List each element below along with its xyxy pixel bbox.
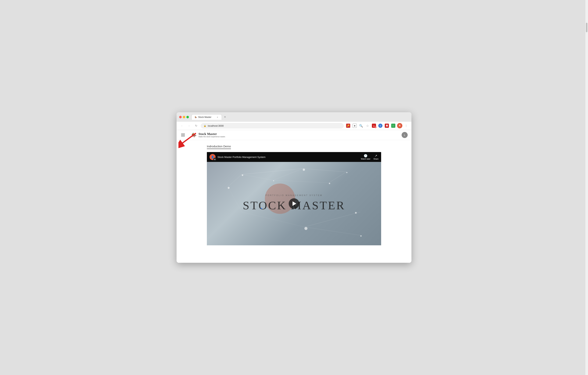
tab-close-button[interactable]: × (216, 116, 219, 119)
lock-icon: 🔒 (204, 125, 206, 127)
watch-later-button[interactable]: 🕐 Watch later (361, 154, 370, 160)
logo-icon: 🏇 (191, 132, 197, 138)
url-text: localhost:3000 (208, 124, 224, 127)
node-6 (304, 227, 307, 230)
logo-subtitle: Make the stock experience easier. (199, 136, 226, 138)
close-button[interactable] (179, 116, 182, 118)
node-5 (329, 183, 330, 184)
key-ext-icon: 🔑 (346, 124, 350, 128)
node-3 (346, 172, 347, 173)
play-triangle-icon (293, 201, 296, 206)
ext3[interactable]: 🅰 (384, 123, 389, 128)
screen-ext-icon: ▣ (353, 124, 357, 128)
svg-line-8 (329, 172, 346, 183)
tab-favicon: 🏇 (194, 116, 197, 119)
page-content: 🏇 Stock Master Make the stock experience… (177, 130, 411, 263)
app-header-left: 🏇 Stock Master Make the stock experience… (180, 132, 226, 138)
ext4[interactable]: ⬡ (391, 123, 396, 128)
forward-button[interactable]: › (186, 123, 192, 128)
app-logo: 🏇 Stock Master Make the stock experience… (191, 132, 226, 138)
node-4 (228, 187, 230, 189)
key-extension[interactable]: 🔑 (346, 123, 351, 128)
svg-line-13 (242, 212, 304, 227)
hamburger-line-3 (181, 136, 185, 136)
maximize-button[interactable] (186, 116, 189, 118)
share-button[interactable]: ↗ Share (373, 154, 378, 160)
svg-line-11 (304, 227, 360, 235)
browser-menu-button[interactable]: ⋮ (403, 123, 409, 128)
search-ext-icon: 🔍 (359, 124, 363, 128)
video-header-actions: 🕐 Watch later ↗ Share (361, 154, 378, 160)
nav-actions: 🔑 ▣ 🔍 ☆ ▲ 1 b (346, 123, 409, 128)
svg-line-9 (273, 180, 329, 183)
svg-line-7 (273, 168, 303, 180)
channel-icon: 👤 M (210, 154, 216, 160)
video-wrapper: 👤 M Stock Master Portfolio Management Sy… (207, 152, 381, 245)
svg-line-3 (242, 168, 303, 174)
star-icon: ☆ (366, 124, 369, 128)
svg-text:🏇: 🏇 (191, 132, 197, 138)
bookmark-button[interactable]: ☆ (365, 123, 370, 128)
app-header: 🏇 Stock Master Make the stock experience… (177, 130, 411, 140)
ext1[interactable]: ▲ 1 (371, 123, 377, 128)
nav-bar: ‹ › ↻ 🔒 localhost:3000 🔑 ▣ 🔍 ☆ (177, 121, 411, 130)
tab-bar: 🏇 Stock Master × + (191, 114, 228, 120)
svg-line-4 (303, 168, 346, 172)
clock-icon: 🕐 (364, 154, 368, 157)
title-bar: 🏇 Stock Master × + (177, 112, 411, 121)
user-avatar[interactable]: L (402, 132, 408, 138)
address-bar[interactable]: 🔒 localhost:3000 (201, 123, 344, 128)
tab-title: Stock Master (198, 116, 211, 119)
hamburger-menu-button[interactable] (180, 133, 186, 137)
minimize-button[interactable] (183, 116, 185, 118)
video-subtitle-text: PORTFOLIO MANAGEMENT SYSTEM (265, 194, 322, 196)
hamburger-line-2 (181, 135, 185, 135)
logo-svg: 🏇 (191, 132, 197, 138)
node-1 (242, 174, 243, 176)
back-button[interactable]: ‹ (179, 123, 185, 128)
svg-line-5 (228, 174, 242, 187)
ext1-icon: ▲ 1 (372, 124, 376, 128)
main-content: Indroduction Demo 👤 M Stock Master Portf… (177, 140, 411, 253)
node-8 (360, 235, 362, 237)
ext3-icon: 🅰 (385, 124, 389, 128)
browser-window: 🏇 Stock Master × + ‹ › ↻ 🔒 localhost:300… (177, 112, 411, 263)
share-icon: ↗ (375, 154, 377, 157)
video-header: 👤 M Stock Master Portfolio Management Sy… (207, 152, 381, 162)
video-thumbnail[interactable]: PORTFOLIO MANAGEMENT SYSTEM STOCK MASTER (207, 162, 381, 245)
logo-title: Stock Master (199, 132, 226, 136)
svg-line-12 (228, 187, 242, 212)
node-9 (273, 180, 274, 181)
ext2[interactable]: b (378, 123, 383, 128)
logo-text-block: Stock Master Make the stock experience e… (199, 132, 226, 138)
bottom-spacer (207, 245, 381, 253)
channel-label: M (213, 158, 216, 161)
page-title: Indroduction Demo (207, 145, 231, 149)
svg-line-6 (242, 174, 273, 180)
node-2 (303, 168, 305, 171)
traffic-lights (179, 116, 189, 118)
new-tab-button[interactable]: + (222, 114, 228, 120)
active-tab[interactable]: 🏇 Stock Master × (191, 114, 222, 120)
ext4-icon: ⬡ (391, 124, 395, 128)
search-extension[interactable]: 🔍 (358, 123, 364, 128)
hamburger-line-1 (181, 134, 185, 134)
node-7 (355, 212, 357, 214)
browser-profile[interactable]: R (397, 123, 402, 128)
play-button[interactable] (289, 198, 299, 209)
video-title: Stock Master Portfolio Management System (218, 156, 266, 158)
refresh-button[interactable]: ↻ (194, 123, 199, 128)
page-title-section: Indroduction Demo (207, 140, 381, 152)
svg-line-10 (304, 212, 360, 227)
ext2-icon: b (378, 124, 382, 128)
screen-extension[interactable]: ▣ (352, 123, 357, 128)
